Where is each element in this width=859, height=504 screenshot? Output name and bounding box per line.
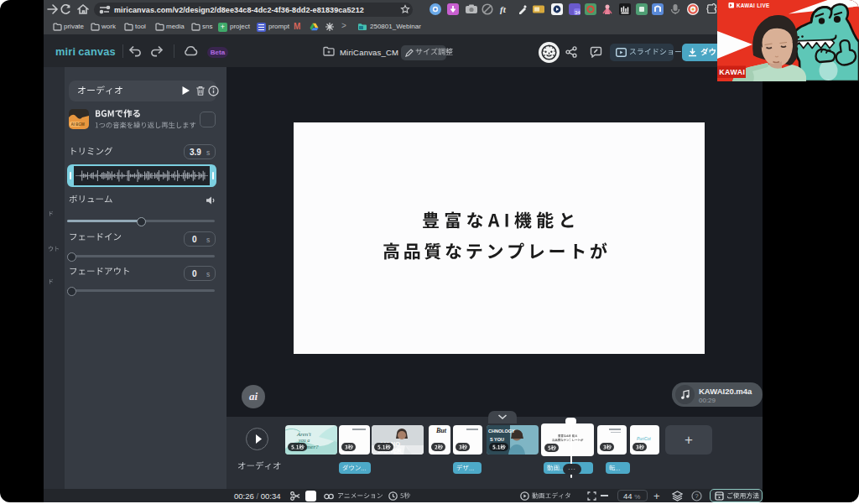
svg-text:CHNOLOGY: CHNOLOGY (488, 429, 515, 434)
svg-text:KAWAI LIVE: KAWAI LIVE (737, 3, 769, 8)
svg-text:KAWAI: KAWAI (719, 68, 745, 76)
svg-text:?: ? (695, 492, 699, 500)
svg-text:S YOU: S YOU (490, 437, 504, 442)
svg-text:AI BGM: AI BGM (71, 122, 86, 127)
svg-text:Aren't: Aren't (296, 431, 312, 438)
svg-text:34: 34 (575, 10, 580, 15)
svg-text:ft: ft (500, 4, 507, 14)
